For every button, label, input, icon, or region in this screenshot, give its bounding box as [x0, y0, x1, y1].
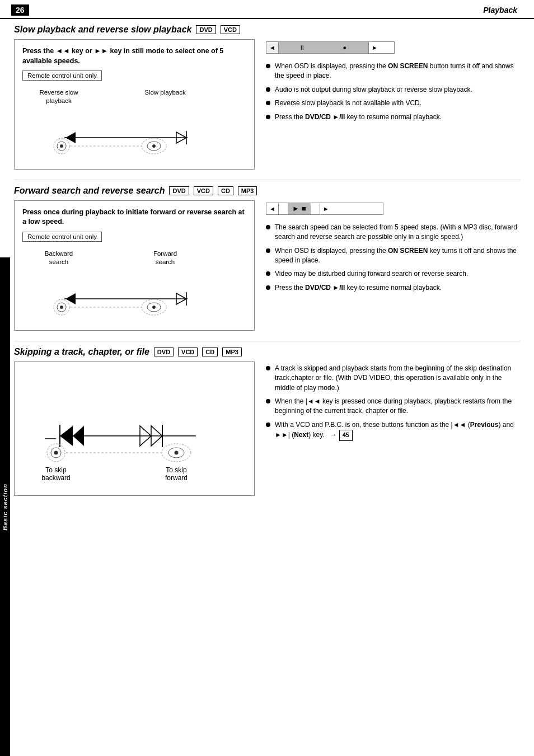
slow-playback-diagram: Reverse slowplayback Slow playback: [22, 86, 246, 162]
bullet-item: With a VCD and P.B.C. is on, these butto…: [266, 420, 520, 441]
slow-playback-bullets: When OSD is displayed, pressing the ON S…: [266, 62, 520, 122]
badge-cd-2: CD: [218, 186, 233, 195]
bullet-item: Audio is not output during slow playback…: [266, 85, 520, 95]
forward-search-right-panel: ◄ ► ■ ► The search speed can be selected…: [266, 200, 520, 331]
badge-mp3-2: MP3: [238, 186, 257, 195]
section-forward-search-title: Forward search and reverse search: [14, 186, 165, 196]
bullet-item: The search speed can be selected from 5 …: [266, 223, 520, 242]
forward-search-svg: [28, 271, 241, 321]
forward-search-label-left: Backwardsearch: [28, 250, 90, 266]
forward-search-body: Press once during playback to initiate f…: [14, 200, 520, 331]
svg-text:backward: backward: [41, 474, 70, 481]
slow-playback-instruction: Press the ◄◄ key or ►► key in still mode…: [22, 46, 246, 66]
bullet-dot: [266, 399, 270, 403]
bullet-item: When OSD is displayed, pressing the ON S…: [266, 246, 520, 266]
forward-search-label-right: Forwardsearch: [90, 250, 241, 266]
svg-point-9: [152, 144, 156, 148]
speed-bar2-left: ◄: [266, 203, 279, 214]
svg-point-6: [60, 144, 63, 148]
bullet-item: When OSD is displayed, pressing the ON S…: [266, 62, 520, 81]
bullet-dot: [266, 271, 270, 276]
separator-2: [14, 341, 520, 341]
page-header: 26 Playback: [0, 0, 534, 19]
bullet-dot: [266, 87, 270, 92]
slow-playback-label-right: Slow playback: [90, 88, 241, 105]
bullet-item: Press the DVD/CD ►/II key to resume norm…: [266, 283, 520, 293]
bullet-item: Press the DVD/CD ►/II key to resume norm…: [266, 112, 520, 122]
bullet-dot: [266, 366, 270, 370]
bullet-dot: [266, 101, 270, 105]
section-skipping-header: Skipping a track, chapter, or file DVD V…: [14, 347, 520, 357]
bullet-item: Reverse slow playback is not available w…: [266, 98, 520, 108]
bullet-dot: [266, 115, 270, 119]
separator-1: [14, 180, 520, 180]
badge-cd-3: CD: [202, 348, 218, 356]
speed-bar2-stop: ■: [302, 204, 306, 213]
section-forward-search-header: Forward search and reverse search DVD VC…: [14, 186, 520, 196]
skipping-body: To skip backward To skip forward A track…: [14, 361, 520, 496]
skipping-right-panel: A track is skipped and playback starts f…: [266, 361, 520, 496]
speed-bar-dot: ●: [343, 44, 347, 51]
remote-only-badge-1: Remote control unit only: [22, 71, 102, 81]
skipping-svg: To skip backward To skip forward: [28, 380, 241, 481]
page-title: Playback: [483, 6, 517, 15]
slow-playback-left-panel: Press the ◄◄ key or ►► key in still mode…: [14, 39, 255, 170]
badge-vcd-2: VCD: [194, 186, 213, 195]
svg-marker-25: [73, 426, 84, 446]
badge-mp3-3: MP3: [222, 348, 242, 356]
slow-playback-label-left: Reverse slowplayback: [28, 88, 90, 105]
forward-search-bullets: The search speed can be selected from 5 …: [266, 223, 520, 293]
forward-search-diagram-labels: Backwardsearch Forwardsearch: [28, 250, 241, 266]
svg-marker-12: [65, 293, 76, 304]
slow-playback-diagram-labels: Reverse slowplayback Slow playback: [28, 88, 241, 105]
speed-bar2-right: ►: [320, 203, 332, 214]
svg-text:To skip: To skip: [166, 466, 187, 474]
slow-playback-right-panel: ◄ II ● ► When OSD is displayed, pressing…: [266, 39, 520, 170]
slow-playback-body: Press the ◄◄ key or ►► key in still mode…: [14, 39, 520, 170]
svg-point-34: [175, 450, 179, 454]
speed-bar-middle: II ●: [279, 42, 368, 53]
sidebar-label: Basic section: [0, 257, 10, 756]
bullet-dot: [266, 422, 270, 427]
svg-point-31: [54, 450, 58, 454]
section-slow-playback-title: Slow playback and reverse slow playback: [14, 25, 191, 35]
bullet-dot: [266, 64, 270, 68]
badge-dvd-1: DVD: [196, 25, 216, 34]
speed-bar-left-arrow: ◄: [266, 42, 279, 53]
speed-bar2-middle-container: ► ■: [279, 203, 320, 214]
badge-dvd-3: DVD: [154, 348, 174, 356]
forward-search-left-panel: Press once during playback to initiate f…: [14, 200, 255, 331]
svg-marker-1: [65, 132, 76, 143]
forward-search-speed-bar: ◄ ► ■ ►: [266, 203, 383, 215]
section-skipping-title: Skipping a track, chapter, or file: [14, 347, 149, 357]
bullet-dot: [266, 248, 270, 253]
svg-text:forward: forward: [165, 474, 188, 481]
badge-vcd-1: VCD: [221, 25, 240, 34]
section-slow-playback-header: Slow playback and reverse slow playback …: [14, 25, 520, 35]
bullet-item: Video may be disturbed during forward se…: [266, 269, 520, 279]
bullet-dot: [266, 285, 270, 290]
forward-search-diagram: Backwardsearch Forwardsearch: [22, 247, 246, 323]
skipping-left-panel: To skip backward To skip forward: [14, 361, 255, 496]
bullet-item: When the |◄◄ key is pressed once during …: [266, 397, 520, 416]
svg-marker-24: [60, 426, 73, 446]
main-content: Slow playback and reverse slow playback …: [0, 25, 534, 517]
skipping-bullets: A track is skipped and playback starts f…: [266, 364, 520, 441]
speed-bar2-accent: ► ■: [288, 203, 311, 214]
slow-playback-svg: [28, 110, 241, 160]
svg-point-17: [60, 306, 63, 309]
skipping-diagram: To skip backward To skip forward: [22, 369, 246, 488]
badge-dvd-2: DVD: [169, 186, 189, 195]
svg-point-20: [152, 306, 156, 309]
speed-bar-pause: II: [301, 44, 304, 51]
bullet-item: A track is skipped and playback starts f…: [266, 364, 520, 393]
slow-playback-speed-bar: ◄ II ● ►: [266, 41, 395, 54]
bullet-dot: [266, 225, 270, 229]
speed-bar-right-arrow: ►: [368, 42, 381, 53]
speed-bar2-play: ►: [292, 204, 299, 213]
badge-vcd-3: VCD: [178, 348, 198, 356]
remote-only-badge-2: Remote control unit only: [22, 232, 102, 242]
ref-box: 45: [339, 430, 353, 441]
page-number: 26: [11, 4, 29, 16]
svg-text:To skip: To skip: [45, 466, 67, 474]
